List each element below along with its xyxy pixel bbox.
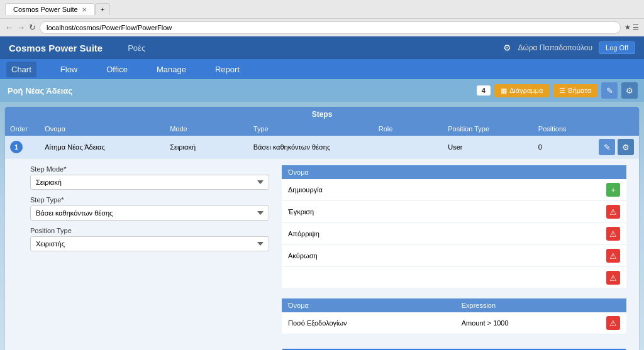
- menu-item-flow[interactable]: Flow: [55, 62, 82, 77]
- tab-label: Cosmos Power Suite: [13, 6, 78, 13]
- list-item: Έγκριση ⚠: [282, 201, 626, 223]
- col-mode: Mode: [165, 122, 248, 136]
- app-subtitle: Ροές: [128, 43, 145, 53]
- forward-btn[interactable]: →: [17, 23, 25, 32]
- step-mode-select[interactable]: ΣειριακήΠαράλληλη: [30, 175, 269, 190]
- col-order: Order: [5, 122, 40, 136]
- conditions-table: Όνομα Expression Ποσό Εξοδολογίων: [282, 298, 626, 334]
- page-header: Ροή Νέας Άδειας 4 ▦ Διάγραμμα ☰ Βήματα ✎…: [0, 79, 644, 102]
- col-role: Role: [374, 122, 443, 136]
- table-row[interactable]: 1 Αίτημα Νέας Άδειας Σειριακή Βάσει καθη…: [5, 136, 639, 159]
- action-row3-remove-btn[interactable]: ⚠: [606, 227, 620, 241]
- step-type-select[interactable]: Βάσει καθηκόντων θέσηςΣυγκεκριμένος Χρήσ…: [30, 205, 269, 221]
- steps-header: Steps: [5, 107, 639, 122]
- row1-edit-btn[interactable]: ✎: [599, 139, 615, 155]
- nav-bar: ← → ↻ ★ ☰: [0, 19, 644, 36]
- app-title: Cosmos Power Suite: [9, 43, 103, 53]
- edit-btn[interactable]: ✎: [601, 82, 618, 99]
- step-type-label: Step Type*: [30, 196, 269, 204]
- back-btn[interactable]: ←: [5, 23, 13, 32]
- cond-row1-expr: Amount > 1000: [455, 312, 600, 334]
- cond-row1-remove-btn[interactable]: ⚠: [606, 316, 620, 330]
- user-name: Δώρα Παπαδοπούλου: [518, 43, 592, 52]
- step-mode-group: Step Mode* ΣειριακήΠαράλληλη: [30, 165, 269, 190]
- right-panel: Όνομα Δημιουργία +: [282, 165, 626, 350]
- new-tab-btn[interactable]: +: [95, 3, 110, 15]
- diagram-icon: ▦: [501, 87, 507, 95]
- action-row3-name: Απόρριψη: [282, 223, 600, 245]
- list-item: Δημιουργία +: [282, 179, 626, 201]
- expanded-row: Step Mode* ΣειριακήΠαράλληλη Step Type* …: [5, 159, 639, 351]
- menu-item-manage[interactable]: Manage: [152, 62, 191, 77]
- actions-col-name: Όνομα: [282, 165, 600, 179]
- action-row2-name: Έγκριση: [282, 201, 600, 223]
- row1-position-type: User: [443, 136, 533, 159]
- menu-item-office[interactable]: Office: [101, 62, 133, 77]
- steps-btn[interactable]: ☰ Βήματα: [553, 84, 597, 97]
- row1-actions: ✎ ⚙: [594, 139, 634, 155]
- menu-item-chart[interactable]: Chart: [6, 62, 36, 77]
- app-header: Cosmos Power Suite Ροές ⚙ Δώρα Παπαδοπού…: [0, 36, 644, 59]
- row1-role: [374, 136, 443, 159]
- row1-mode: Σειριακή: [165, 136, 248, 159]
- position-type-label: Position Type: [30, 227, 269, 234]
- refresh-btn[interactable]: ↻: [29, 23, 36, 32]
- row1-settings-btn[interactable]: ⚙: [618, 139, 634, 155]
- diagram-btn[interactable]: ▦ Διάγραμμα: [494, 84, 549, 97]
- steps-table: Order Όνομα Mode Type Role Position Type…: [5, 122, 639, 350]
- logoff-btn[interactable]: Log Off: [599, 41, 635, 54]
- conditions-col-expr: Expression: [455, 298, 600, 312]
- action-row5-name: [282, 267, 600, 289]
- row1-type: Βάσει καθηκόντων θέσης: [248, 136, 374, 159]
- menu-item-report[interactable]: Report: [210, 62, 245, 77]
- list-item: Απόρριψη ⚠: [282, 223, 626, 245]
- page-title: Ροή Νέας Άδειας: [8, 86, 72, 96]
- action-row4-name: Ακύρωση: [282, 245, 600, 267]
- settings-icon[interactable]: ⚙: [503, 43, 511, 53]
- step-form: Step Mode* ΣειριακήΠαράλληλη Step Type* …: [30, 165, 269, 350]
- position-type-group: Position Type ΧειριστήςΔιευθυντής: [30, 227, 269, 251]
- steps-icon: ☰: [559, 87, 565, 95]
- col-positions: Positions: [533, 122, 589, 136]
- step-type-group: Step Type* Βάσει καθηκόντων θέσηςΣυγκεκρ…: [30, 196, 269, 221]
- list-item: Ακύρωση ⚠: [282, 245, 626, 267]
- actions-table: Όνομα Δημιουργία +: [282, 165, 626, 289]
- row1-positions: 0: [533, 136, 589, 159]
- action-row1-name: Δημιουργία: [282, 179, 600, 201]
- action-row2-remove-btn[interactable]: ⚠: [606, 205, 620, 219]
- list-item: ⚠: [282, 267, 626, 289]
- count-badge: 4: [477, 85, 491, 96]
- step-mode-label: Step Mode*: [30, 165, 269, 173]
- nav-icons: ★ ☰: [625, 23, 639, 31]
- action-row4-remove-btn[interactable]: ⚠: [606, 249, 620, 263]
- action-row1-add-btn[interactable]: +: [606, 183, 620, 197]
- browser-tab[interactable]: Cosmos Power Suite ✕: [5, 3, 95, 15]
- conditions-col-name: Όνομα: [282, 298, 455, 312]
- menu-bar: Chart Flow Office Manage Report: [0, 59, 644, 79]
- col-position-type: Position Type: [443, 122, 533, 136]
- settings-btn[interactable]: ⚙: [621, 82, 638, 99]
- col-name: Όνομα: [40, 122, 165, 136]
- position-type-select[interactable]: ΧειριστήςΔιευθυντής: [30, 236, 269, 251]
- action-row5-remove-btn[interactable]: ⚠: [606, 271, 620, 285]
- row1-name: Αίτημα Νέας Άδειας: [40, 136, 165, 159]
- browser-bar: Cosmos Power Suite ✕ +: [0, 0, 644, 19]
- order-badge-1: 1: [10, 141, 23, 153]
- cond-row1-name: Ποσό Εξοδολογίων: [282, 312, 455, 334]
- tab-close-icon[interactable]: ✕: [82, 6, 87, 13]
- col-type: Type: [248, 122, 374, 136]
- url-bar[interactable]: [40, 21, 621, 34]
- list-item: Ποσό Εξοδολογίων Amount > 1000 ⚠: [282, 312, 626, 334]
